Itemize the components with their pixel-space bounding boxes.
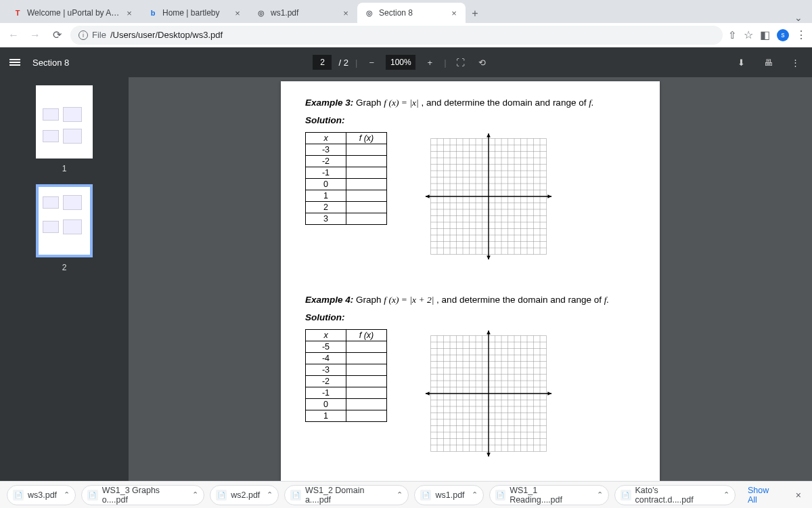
svg-marker-39	[426, 194, 430, 198]
forward-button[interactable]: →	[27, 27, 43, 43]
chevron-up-icon[interactable]: ⌃	[597, 490, 603, 499]
svg-marker-41	[487, 255, 491, 259]
thumb-label-1: 1	[62, 164, 67, 173]
file-icon: 📄	[420, 490, 431, 501]
favicon-2: ◎	[256, 7, 267, 18]
tab-0[interactable]: T Welcome | uPortal by Apereo ×	[5, 3, 141, 23]
file-icon: 📄	[290, 490, 301, 501]
favicon-1: b	[148, 7, 158, 18]
zoom-out-button[interactable]: −	[364, 55, 379, 70]
example3-grid	[424, 132, 553, 261]
back-button[interactable]: ←	[5, 27, 22, 43]
downloads-bar: 📄ws3.pdf⌃ 📄WS1_3 Graphs o....pdf⌃ 📄ws2.p…	[0, 481, 812, 508]
download-item-2[interactable]: 📄ws2.pdf⌃	[210, 485, 279, 505]
zoom-in-button[interactable]: +	[422, 55, 437, 70]
page-total: / 2	[338, 58, 348, 68]
sidepanel-icon[interactable]: ◧	[760, 28, 770, 41]
download-item-6[interactable]: 📄Kato's contract.d....pdf⌃	[614, 485, 736, 505]
reload-button[interactable]: ⟳	[49, 27, 65, 43]
example3-solution-label: Solution:	[305, 115, 635, 125]
download-item-5[interactable]: 📄WS1_1 Reading....pdf⌃	[489, 485, 609, 505]
pdf-toolbar: Section 8 2 / 2 | − 100% + | ⛶ ⟲ ⬇ 🖶 ⋮	[0, 47, 812, 77]
svg-marker-38	[547, 194, 551, 198]
tab-title-3: Section 8	[379, 8, 445, 18]
avatar[interactable]: s	[777, 29, 789, 41]
file-icon: 📄	[87, 490, 98, 501]
tab-3[interactable]: ◎ Section 8 ×	[357, 3, 466, 23]
example4-table: xf (x) -5 -4 -3 -2 -1 0 1	[305, 329, 387, 422]
thumb-label-2: 2	[62, 263, 67, 272]
example4-heading: Example 4: Graph f (x) = |x + 2| , and d…	[305, 295, 635, 305]
chevron-up-icon[interactable]: ⌃	[64, 490, 70, 499]
url-input[interactable]: i File /Users/user/Desktop/ws3.pdf	[70, 26, 723, 45]
pdf-page: Example 3: Graph f (x) = |x| , and deter…	[281, 81, 660, 481]
close-icon[interactable]: ×	[341, 8, 351, 18]
close-icon[interactable]: ×	[233, 8, 242, 18]
tab-title-2: ws1.pdf	[271, 8, 337, 18]
download-item-4[interactable]: 📄ws1.pdf⌃	[414, 485, 483, 505]
download-item-1[interactable]: 📄WS1_3 Graphs o....pdf⌃	[81, 485, 204, 505]
print-icon[interactable]: 🖶	[761, 55, 775, 70]
new-tab-button[interactable]: +	[466, 4, 484, 23]
menu-icon[interactable]: ⋮	[796, 28, 807, 41]
example4-grid	[424, 329, 553, 458]
example3-heading: Example 3: Graph f (x) = |x| , and deter…	[305, 98, 635, 108]
fit-page-icon[interactable]: ⛶	[453, 55, 468, 70]
chevron-up-icon[interactable]: ⌃	[397, 490, 403, 499]
close-icon[interactable]: ×	[792, 490, 805, 501]
thumbnail-1[interactable]	[36, 85, 93, 158]
close-icon[interactable]: ×	[125, 8, 134, 18]
thumbnail-2[interactable]	[36, 184, 93, 257]
url-path: /Users/user/Desktop/ws3.pdf	[110, 30, 223, 40]
download-item-3[interactable]: 📄WS1_2 Domain a....pdf⌃	[284, 485, 409, 505]
favicon-3: ◎	[364, 7, 375, 18]
svg-marker-83	[487, 452, 491, 457]
svg-marker-40	[487, 133, 491, 137]
svg-marker-82	[487, 331, 491, 335]
zoom-level[interactable]: 100%	[386, 55, 415, 70]
pdf-viewer: 1 2 Example 3: Graph f (x) = |x| , and d…	[0, 77, 812, 481]
tab-title-1: Home | bartleby	[162, 8, 229, 18]
pdf-title: Section 8	[32, 58, 69, 68]
page-scroll[interactable]: Example 3: Graph f (x) = |x| , and deter…	[129, 77, 812, 481]
example4-solution-label: Solution:	[305, 312, 635, 322]
tab-1[interactable]: b Home | bartleby ×	[141, 3, 249, 23]
download-icon[interactable]: ⬇	[734, 55, 748, 70]
chevron-up-icon[interactable]: ⌃	[723, 490, 729, 499]
rotate-icon[interactable]: ⟲	[475, 55, 490, 70]
page-current[interactable]: 2	[313, 55, 332, 70]
tab-title-0: Welcome | uPortal by Apereo	[27, 8, 120, 18]
share-icon[interactable]: ⇧	[728, 29, 737, 41]
address-bar: ← → ⟳ i File /Users/user/Desktop/ws3.pdf…	[0, 23, 812, 47]
example3-table: xf (x) -3 -2 -1 0 1 2 3	[305, 132, 387, 225]
svg-marker-80	[547, 391, 551, 396]
favicon-0: T	[12, 7, 23, 18]
chevron-up-icon[interactable]: ⌃	[267, 490, 273, 499]
thumbnail-sidebar: 1 2	[0, 77, 129, 481]
info-icon: i	[78, 30, 88, 40]
file-icon: 📄	[495, 490, 506, 501]
file-icon: 📄	[13, 490, 24, 501]
tab-strip: T Welcome | uPortal by Apereo × b Home |…	[0, 0, 812, 23]
close-icon[interactable]: ×	[449, 8, 459, 18]
chevron-up-icon[interactable]: ⌃	[192, 490, 198, 499]
download-item-0[interactable]: 📄ws3.pdf⌃	[7, 485, 76, 505]
show-all-button[interactable]: Show All	[741, 486, 786, 505]
chevron-up-icon[interactable]: ⌃	[472, 490, 478, 499]
tab-2[interactable]: ◎ ws1.pdf ×	[249, 3, 357, 23]
svg-marker-81	[426, 391, 430, 396]
chevron-down-icon[interactable]: ⌄	[794, 12, 803, 23]
file-icon: 📄	[621, 490, 631, 501]
file-icon: 📄	[216, 490, 227, 501]
more-icon[interactable]: ⋮	[788, 55, 803, 70]
url-protocol: File	[92, 30, 106, 40]
hamburger-icon[interactable]	[9, 58, 20, 67]
star-icon[interactable]: ☆	[744, 28, 753, 41]
